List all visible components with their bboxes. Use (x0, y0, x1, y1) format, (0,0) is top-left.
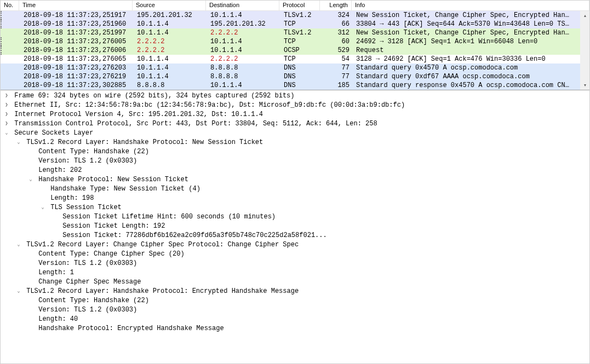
chevron-right-icon[interactable]: ❯ (3, 110, 10, 119)
packet-row[interactable]: 2018-09-18 11:37:23,2760062.2.2.210.1.1.… (1, 46, 589, 55)
scrollbar-down-icon[interactable]: ▾ (580, 80, 589, 90)
packet-cell: 8.8.8.8 (134, 81, 207, 90)
col-header-dst[interactable]: Destination (206, 1, 279, 10)
chevron-down-icon[interactable]: ⌄ (39, 203, 47, 212)
col-header-time[interactable]: Time (19, 1, 133, 10)
tree-node[interactable]: ⌄ TLS Session Ticket (1, 203, 589, 212)
tree-node[interactable]: ⌄ TLSv1.2 Record Layer: Handshake Protoc… (1, 287, 589, 296)
packet-cell (2, 28, 20, 37)
packet-row[interactable]: 2018-09-18 11:37:23,3028858.8.8.810.1.1.… (1, 81, 589, 90)
chevron-down-icon[interactable]: ⌄ (3, 129, 10, 138)
tree-node[interactable]: Handshake Protocol: Encrypted Handshake … (1, 324, 589, 333)
packet-list-header: No. Time Source Destination Protocol Len… (1, 1, 589, 11)
packet-cell: 10.1.1.4 (134, 20, 207, 28)
tree-node-label: Length: 1 (35, 268, 74, 278)
tree-node[interactable]: Session Ticket Length: 192 (1, 222, 589, 231)
packet-cell: 324 (321, 11, 353, 20)
chevron-right-icon[interactable]: ❯ (3, 119, 10, 129)
packet-list-body[interactable]: 2018-09-18 11:37:23,251917195.201.201.32… (1, 11, 589, 90)
packet-row[interactable]: 2018-09-18 11:37:23,2760052.2.2.210.1.1.… (1, 37, 589, 46)
packet-row[interactable]: 2018-09-18 11:37:23,27621910.1.1.48.8.8.… (1, 72, 589, 81)
tree-node-label: Content Type: Handshake (22) (35, 296, 149, 305)
col-header-info[interactable]: Info (352, 1, 589, 10)
packet-list-scrollbar[interactable]: ▴ ▾ (580, 11, 589, 90)
tree-node-label: Session Ticket Length: 192 (59, 222, 165, 231)
packet-cell: 312 (321, 28, 353, 37)
tree-node-label: Change Cipher Spec Message (35, 278, 141, 287)
packet-cell: DNS (280, 63, 321, 72)
tree-node[interactable]: Content Type: Handshake (22) (1, 296, 589, 305)
packet-cell: 2018-09-18 11:37:23,251960 (20, 20, 134, 28)
tree-node[interactable]: Session Ticket Lifetime Hint: 600 second… (1, 212, 589, 222)
tree-node[interactable]: ❯ Transmission Control Protocol, Src Por… (1, 119, 589, 129)
tree-node[interactable]: Version: TLS 1.2 (0x0303) (1, 259, 589, 268)
scrollbar-up-icon[interactable]: ▴ (580, 11, 589, 20)
chevron-down-icon[interactable]: ⌄ (15, 287, 22, 296)
col-header-src[interactable]: Source (133, 1, 206, 10)
tree-node-label: Handshake Type: New Session Ticket (4) (47, 184, 201, 194)
tree-node[interactable]: Content Type: Handshake (22) (1, 147, 589, 157)
tree-node[interactable]: Change Cipher Spec Message (1, 278, 589, 287)
tree-node[interactable]: Length: 202 (1, 166, 589, 175)
packet-cell: 2018-09-18 11:37:23,251917 (20, 11, 134, 20)
chevron-down-icon[interactable]: ⌄ (15, 138, 22, 147)
packet-detail-pane[interactable]: ❯ Frame 69: 324 bytes on wire (2592 bits… (1, 90, 589, 363)
packet-cell: 2018-09-18 11:37:23,276203 (20, 63, 134, 72)
packet-cell: Request (353, 46, 589, 55)
tree-node-label: Frame 69: 324 bytes on wire (2592 bits),… (10, 91, 294, 101)
tree-node[interactable]: Session Ticket: 77286dbf6b162ea2c09fd65a… (1, 231, 589, 240)
tree-node[interactable]: Handshake Type: New Session Ticket (4) (1, 184, 589, 194)
packet-cell: Standard query response 0x4570 A ocsp.co… (353, 81, 589, 90)
tree-node-label: TLSv1.2 Record Layer: Handshake Protocol… (22, 287, 299, 296)
tree-node[interactable]: ⌄ TLSv1.2 Record Layer: Handshake Protoc… (1, 138, 589, 147)
tree-node[interactable]: ❯ Ethernet II, Src: 12:34:56:78:9a:bc (1… (1, 101, 589, 110)
chevron-right-icon[interactable]: ❯ (3, 91, 10, 101)
packet-cell: 10.1.1.4 (207, 37, 280, 46)
packet-cell (2, 20, 20, 28)
packet-cell: 10.1.1.4 (134, 55, 207, 63)
tree-node[interactable]: Length: 198 (1, 194, 589, 203)
chevron-right-icon[interactable]: ❯ (3, 101, 10, 110)
packet-row[interactable]: 2018-09-18 11:37:23,25199710.1.1.42.2.2.… (1, 28, 589, 37)
packet-cell: 77 (321, 72, 353, 81)
tree-node[interactable]: Length: 1 (1, 268, 589, 278)
packet-cell: 77 (321, 63, 353, 72)
tree-node-label: TLSv1.2 Record Layer: Handshake Protocol… (22, 138, 263, 147)
packet-cell: Standard query 0x4570 A ocsp.comodoca.co… (353, 63, 589, 72)
packet-cell: 54 (321, 55, 353, 63)
packet-cell: 33804 → 443 [ACK] Seq=644 Ack=5370 Win=4… (353, 20, 589, 28)
tree-node[interactable]: ❯ Frame 69: 324 bytes on wire (2592 bits… (1, 91, 589, 101)
tree-node-label: Content Type: Change Cipher Spec (20) (35, 250, 185, 259)
tree-node[interactable]: Length: 40 (1, 315, 589, 324)
col-header-no[interactable]: No. (1, 1, 19, 10)
tree-node-label: Length: 40 (35, 315, 78, 324)
tree-node-label: Handshake Protocol: Encrypted Handshake … (35, 324, 224, 333)
packet-row[interactable]: 2018-09-18 11:37:23,27606510.1.1.42.2.2.… (1, 55, 589, 63)
packet-cell: TCP (280, 37, 321, 46)
packet-cell: 10.1.1.4 (207, 46, 280, 55)
col-header-proto[interactable]: Protocol (279, 1, 320, 10)
tree-node[interactable]: ⌄ Handshake Protocol: New Session Ticket (1, 175, 589, 184)
packet-cell (2, 63, 20, 72)
tree-node[interactable]: ❯ Internet Protocol Version 4, Src: 195.… (1, 110, 589, 119)
tree-node[interactable]: Content Type: Change Cipher Spec (20) (1, 250, 589, 259)
packet-cell: 2.2.2.2 (207, 55, 280, 63)
tree-node-label: Content Type: Handshake (22) (35, 147, 149, 157)
packet-cell: DNS (280, 81, 321, 90)
packet-cell (2, 37, 20, 46)
chevron-down-icon[interactable]: ⌄ (27, 175, 35, 184)
packet-cell: 195.201.201.32 (134, 11, 207, 20)
tree-node-label: Version: TLS 1.2 (0x0303) (35, 259, 137, 268)
tree-node[interactable]: Version: TLS 1.2 (0x0303) (1, 157, 589, 166)
tree-node[interactable]: Version: TLS 1.2 (0x0303) (1, 305, 589, 315)
packet-row[interactable]: 2018-09-18 11:37:23,251917195.201.201.32… (1, 11, 589, 20)
tree-node[interactable]: ⌄ TLSv1.2 Record Layer: Change Cipher Sp… (1, 240, 589, 250)
tree-node[interactable]: ⌄ Secure Sockets Layer (1, 129, 589, 138)
col-header-len[interactable]: Length (320, 1, 352, 10)
packet-row[interactable]: 2018-09-18 11:37:23,27620310.1.1.48.8.8.… (1, 63, 589, 72)
packet-cell: 185 (321, 81, 353, 90)
packet-row[interactable]: 2018-09-18 11:37:23,25196010.1.1.4195.20… (1, 20, 589, 28)
tree-node-label: Handshake Protocol: New Session Ticket (35, 175, 188, 184)
chevron-down-icon[interactable]: ⌄ (15, 240, 22, 250)
packet-cell: 2018-09-18 11:37:23,302885 (20, 81, 134, 90)
